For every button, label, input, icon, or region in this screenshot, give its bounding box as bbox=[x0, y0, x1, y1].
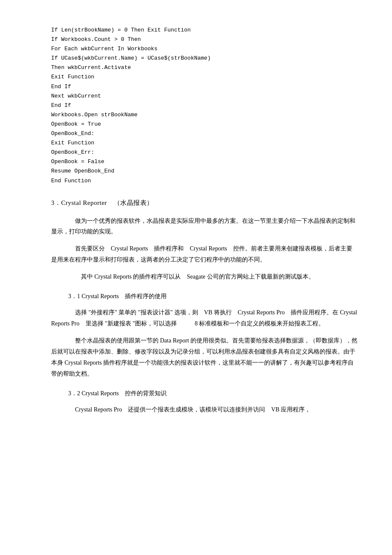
code-line-12: OpenBook_End: bbox=[51, 129, 358, 138]
section-31-para1: 选择 "外接程序" 菜单的 "报表设计器" 选项，则 VB 将执行 Crysta… bbox=[51, 307, 358, 329]
section-3-para2: 首先要区分 Crystal Reports 插件程序和 Crystal Repo… bbox=[51, 243, 358, 265]
section-32: 3．2 Crystal Reports 控件的背景知识 Crystal Repo… bbox=[51, 389, 358, 415]
code-line-4: If UCase$(wkbCurrent.Name) = UCase$(strB… bbox=[51, 54, 358, 63]
code-line-1: If Len(strBookName) = 0 Then Exit Functi… bbox=[51, 26, 358, 35]
code-line-14: OpenBook_Err: bbox=[51, 148, 358, 157]
code-line-9: End If bbox=[51, 101, 358, 110]
code-line-15: OpenBook = False bbox=[51, 157, 358, 167]
code-line-5: Then wkbCurrent.Activate bbox=[51, 63, 358, 72]
code-line-7: End If bbox=[51, 82, 358, 92]
code-line-10: Workbooks.Open strBookName bbox=[51, 110, 358, 120]
section-31: 3．1 Crystal Reports 插件程序的使用 选择 "外接程序" 菜单… bbox=[51, 292, 358, 380]
section-32-para1: Crystal Reports Pro 还提供一个报表生成模块，该模块可以连接到… bbox=[51, 404, 358, 415]
section-31-title: 3．1 Crystal Reports 插件程序的使用 bbox=[68, 292, 358, 301]
code-line-16: Resume OpenBook_End bbox=[51, 167, 358, 176]
code-line-3: For Each wkbCurrent In Workbooks bbox=[51, 44, 358, 54]
section-3-title: 3．Crystal Reporter （水晶报表） bbox=[51, 198, 358, 208]
code-line-2: If Workbooks.Count > 0 Then bbox=[51, 35, 358, 44]
code-line-17: End Function bbox=[51, 176, 358, 186]
section-3: 3．Crystal Reporter （水晶报表） 做为一个优秀的报表软件，水晶… bbox=[51, 198, 358, 282]
section-3-para3: 其中 Crystal Reports 的插件程序可以从 Seagate 公司的官… bbox=[51, 271, 358, 282]
code-line-11: OpenBook = True bbox=[51, 120, 358, 129]
code-block: If Len(strBookName) = 0 Then Exit Functi… bbox=[51, 26, 358, 186]
section-32-title: 3．2 Crystal Reports 控件的背景知识 bbox=[68, 389, 358, 398]
section-31-para2: 整个水晶报表的使用跟第一节的 Data Report 的使用很类似。首先需要给报… bbox=[51, 335, 358, 380]
code-line-13: Exit Function bbox=[51, 138, 358, 148]
code-line-6: Exit Function bbox=[51, 72, 358, 82]
code-line-8: Next wkbCurrent bbox=[51, 92, 358, 101]
section-3-para1: 做为一个优秀的报表软件，水晶报表是实际应用中最多的方案。在这一节里主要介绍一下水… bbox=[51, 216, 358, 238]
